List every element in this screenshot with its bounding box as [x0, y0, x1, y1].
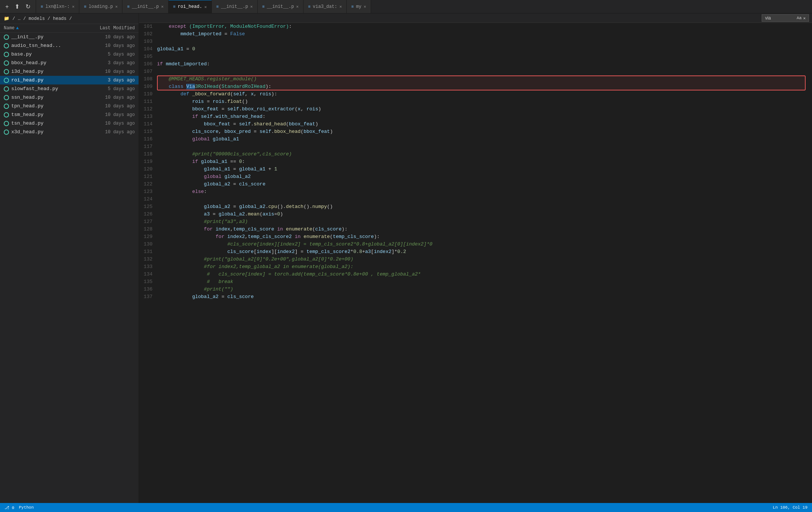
code-line: for index2,temp_cls_score2 in enumerate(…	[157, 233, 804, 241]
file-name: __init__.py	[11, 34, 86, 40]
file-item[interactable]: slowfast_head.py 5 days ago	[0, 84, 139, 93]
python-icon	[4, 112, 9, 117]
code-line: global_a2 = global_a2.cpu().detach().num…	[157, 203, 804, 211]
file-name: base.py	[11, 51, 86, 57]
tab-icon-init3: ≡	[262, 5, 265, 9]
tab-close-init3[interactable]: ✕	[296, 4, 299, 9]
file-item[interactable]: ssn_head.py 10 days ago	[0, 93, 139, 102]
refresh-button[interactable]: ↻	[23, 2, 33, 11]
code-container[interactable]: 1011021031041051061071081091101111121131…	[139, 23, 812, 503]
file-item[interactable]: audio_tsn_head... 10 days ago	[0, 41, 139, 50]
close-search-icon[interactable]: ✕	[803, 16, 806, 21]
tab-icon-my: ≡	[351, 5, 354, 9]
line-number: 126	[142, 211, 152, 218]
code-line: #print("global_a2[0]*0.2e+00",global_a2[…	[157, 256, 804, 263]
file-item[interactable]: bbox_head.py 3 days ago	[0, 59, 139, 67]
tab-label-lxn: lxn@lxn-:	[45, 4, 70, 9]
editor-toolbar: Aa ✕	[139, 14, 812, 23]
status-bar: ⎇ 0 Python Ln 106, Col 19	[0, 503, 812, 512]
file-item[interactable]: x3d_head.py 10 days ago	[0, 128, 139, 136]
code-view: 1011021031041051061071081091101111121131…	[139, 23, 812, 301]
tab-via3[interactable]: ≡ via3_dat: ✕	[303, 0, 347, 13]
tab-loading[interactable]: ≡ loading.p ✕	[79, 0, 122, 13]
code-line: else:	[157, 188, 804, 196]
tab-close-init1[interactable]: ✕	[161, 4, 164, 9]
line-number: 112	[142, 105, 152, 113]
tab-close-roi_head[interactable]: ✕	[204, 5, 207, 9]
code-line: if self.with_shared_head:	[157, 113, 804, 120]
file-name: tpn_head.py	[11, 103, 86, 109]
python-icon	[4, 60, 9, 66]
code-line: # break	[157, 278, 804, 286]
file-modified: 10 days ago	[86, 35, 135, 40]
code-line: rois = rois.float()	[157, 98, 804, 105]
language-indicator[interactable]: Python	[19, 505, 34, 510]
code-line: if global_a1 == 0:	[157, 158, 804, 166]
tab-my[interactable]: ≡ my ✕	[347, 0, 371, 13]
line-number: 108	[142, 75, 152, 83]
line-number: 133	[142, 263, 152, 271]
code-line: # cls_score[index] = torch.add(temp_cls_…	[157, 271, 804, 278]
tab-close-lxn[interactable]: ✕	[72, 4, 75, 9]
file-item[interactable]: i3d_head.py 10 days ago	[0, 67, 139, 76]
line-number: 101	[142, 23, 152, 30]
file-modified: 3 days ago	[86, 60, 135, 66]
file-name: i3d_head.py	[11, 69, 86, 74]
tab-lxn[interactable]: ≡ lxn@lxn-: ✕	[36, 0, 79, 13]
code-line: cls_score, bbox_pred = self.bbox_head(bb…	[157, 128, 804, 136]
tab-close-loading[interactable]: ✕	[115, 4, 118, 9]
line-number: 132	[142, 256, 152, 263]
code-lines[interactable]: except (ImportError, ModuleNotFoundError…	[157, 23, 812, 301]
file-modified: 10 days ago	[86, 69, 135, 74]
breadcrumb: 📁 / … / models / heads /	[0, 14, 139, 24]
line-number: 128	[142, 226, 152, 233]
code-line: except (ImportError, ModuleNotFoundError…	[157, 23, 804, 30]
sort-by-modified[interactable]: Last Modified	[82, 26, 135, 31]
python-icon	[4, 104, 9, 109]
tab-close-my[interactable]: ✕	[364, 4, 366, 9]
code-line: #print("00000cls_score",cls_score)	[157, 151, 804, 158]
code-line	[157, 196, 804, 203]
file-modified: 10 days ago	[86, 104, 135, 109]
file-modified: 3 days ago	[86, 78, 135, 83]
file-item[interactable]: tsm_head.py 10 days ago	[0, 110, 139, 119]
file-item[interactable]: tsn_head.py 10 days ago	[0, 119, 139, 128]
tab-icon-init2: ≡	[216, 5, 219, 9]
sort-by-name[interactable]: Name ▲	[4, 26, 82, 31]
file-item[interactable]: roi_head.py 3 days ago	[0, 76, 139, 84]
search-input[interactable]	[765, 15, 795, 21]
upload-button[interactable]: ⬆	[12, 2, 22, 11]
line-numbers: 1011021031041051061071081091101111121131…	[139, 23, 157, 301]
line-number: 111	[142, 98, 152, 105]
search-box[interactable]: Aa ✕	[762, 14, 809, 22]
tab-label-roi_head: roi_head.	[178, 4, 202, 9]
new-file-button[interactable]: +	[3, 3, 11, 11]
line-number: 122	[142, 181, 152, 188]
code-line: for index,temp_cls_score in enumerate(cl…	[157, 226, 804, 233]
file-item[interactable]: tpn_head.py 10 days ago	[0, 102, 139, 110]
line-number: 131	[142, 248, 152, 256]
line-number: 102	[142, 30, 152, 38]
git-branch[interactable]: ⎇ 0	[5, 505, 14, 510]
file-modified: 10 days ago	[86, 95, 135, 100]
tab-init3[interactable]: ≡ __init__.p ✕	[258, 0, 303, 13]
editor-area: Aa ✕ 10110210310410510610710810911011111…	[139, 14, 812, 503]
line-number: 114	[142, 120, 152, 128]
tab-close-via3[interactable]: ✕	[340, 4, 342, 9]
match-case-icon[interactable]: Aa	[797, 16, 801, 20]
tab-close-init2[interactable]: ✕	[250, 4, 253, 9]
tab-label-init1: __init__.p	[132, 4, 159, 9]
file-item[interactable]: base.py 5 days ago	[0, 50, 139, 59]
tab-init1[interactable]: ≡ __init__.p ✕	[122, 0, 168, 13]
tab-roi_head[interactable]: ≡ roi_head. ✕	[169, 0, 212, 13]
tab-icon-loading: ≡	[84, 5, 86, 9]
line-number: 130	[142, 241, 152, 248]
folder-icon: 📁	[4, 16, 9, 21]
file-item[interactable]: __init__.py 10 days ago	[0, 33, 139, 41]
tab-init2[interactable]: ≡ __init__.p ✕	[212, 0, 258, 13]
python-icon	[4, 69, 9, 74]
code-line: global global_a2	[157, 173, 804, 181]
code-line: global global_a1	[157, 136, 804, 143]
cursor-position[interactable]: Ln 106, Col 19	[773, 505, 807, 510]
file-modified: 10 days ago	[86, 112, 135, 117]
